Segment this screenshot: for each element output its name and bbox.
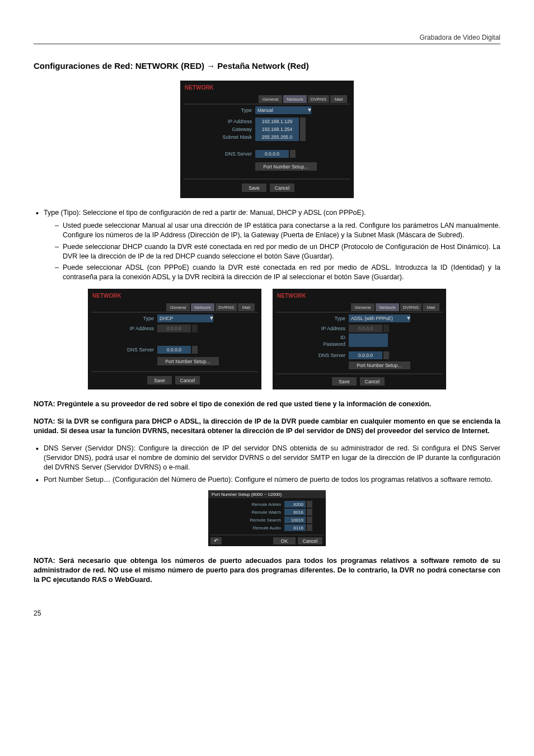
label-remote-search: Remote Search [250,518,281,523]
term-manual: Manual [142,222,165,229]
cancel-button[interactable]: Cancel [303,538,318,544]
value-remote-watch[interactable]: 8016 [293,510,303,515]
term-adsl: ADSL (con PPPoE) [125,264,189,271]
stepper-icon [383,325,389,332]
tab-dvrns[interactable]: DVRNS [403,305,419,310]
port-dialog-title: Port Number Setup (8000 ~ 12000) [212,492,282,497]
label-dns: DNS Server [127,347,154,353]
save-button[interactable]: Save [249,185,260,191]
stepper-icon[interactable] [300,133,306,141]
tab-general[interactable]: General [355,305,371,310]
value-type[interactable]: Manual [257,107,273,113]
bullet-port: Port Number Setup… (Configuración del Nú… [34,475,500,485]
label-ip: IP Address [321,326,346,331]
save-button[interactable]: Save [154,378,165,383]
password-field[interactable] [349,340,388,347]
port-setup-button[interactable]: Port Number Setup… [165,359,210,364]
cancel-button[interactable]: Cancel [275,185,290,191]
label-mask: Subnet Mask [222,134,252,140]
stepper-icon[interactable] [307,516,312,523]
back-icon[interactable]: ↶ [214,538,218,544]
value-dns[interactable]: 0.0.0.0 [265,151,279,157]
label-type: Type [334,316,345,321]
dash-text: Puede seleccionar [63,243,123,251]
stepper-icon[interactable] [383,351,389,359]
port-setup-button[interactable]: Port Number Setup… [263,164,308,170]
id-field[interactable] [349,334,388,340]
save-button[interactable]: Save [339,379,350,384]
term-port-setup: Port Number Setup… (Configuración del Nú… [44,476,231,483]
stepper-icon[interactable] [290,150,296,158]
label-ip: IP Address [228,119,252,124]
dlg-title: NETWORK [92,293,121,299]
label-dns: DNS Server [225,151,252,157]
tab-dvrns[interactable]: DVRNS [218,305,234,310]
tab-mail[interactable]: Mail [427,305,435,310]
label-type: Type [241,107,252,113]
label-gw: Gateway [232,126,252,132]
label-pw: Password [323,341,345,347]
dash-text: . [402,273,404,281]
tab-network[interactable]: Network [287,97,303,102]
dash-manual: Usted puede seleccionar Manual al usar u… [55,221,500,240]
tab-network[interactable]: Network [194,305,211,310]
title-prefix: Configuraciones de Red: NETWORK (RED) [34,61,204,71]
dlg-title: NETWORK [185,84,214,91]
nota-1: NOTA: Pregúntele a su proveedor de red s… [34,400,500,409]
tab-network[interactable]: Network [379,305,396,310]
arrow-icon: → [207,61,215,71]
page-header: Grabadora de Video Digital [34,34,500,44]
bullet-type: Type (Tipo): Seleccione el tipo de confi… [34,208,500,218]
dash-text: Usted puede seleccionar [63,222,142,229]
tab-general[interactable]: General [263,97,279,102]
product-name: Grabadora de Video Digital [419,34,500,41]
tab-mail[interactable]: Mail [242,305,251,310]
nota-2: NOTA: Si la DVR se configura para DHCP o… [34,417,500,436]
value-remote-admin[interactable]: 8200 [293,502,303,507]
stepper-icon[interactable] [307,509,312,515]
term-type: Type (Tipo) [44,209,79,217]
value-dns[interactable]: 0.0.0.0 [358,353,373,358]
label-type: Type [143,316,154,321]
value-ip: 0.0.0.0 [167,326,181,331]
bullet-dns: DNS Server (Servidor DNS): Configure la … [34,444,500,472]
label-remote-watch: Remote Watch [251,510,281,515]
dash-text: Puede seleccionar [63,264,125,271]
term-save: Save (Guardar) [284,252,332,260]
label-id: ID [340,335,346,340]
cancel-button[interactable]: Cancel [180,378,195,383]
term-save: Save (Guardar) [354,273,402,281]
label-ip: IP Address [130,326,154,331]
value-ip[interactable]: 192.168.1.129 [262,119,293,124]
port-setup-button[interactable]: Port Number Setup… [357,363,402,368]
stepper-icon[interactable] [300,118,306,125]
tab-mail[interactable]: Mail [335,97,343,102]
label-remote-audio: Remote Audio [253,525,282,530]
term-dhcp: DHCP [123,243,142,251]
stepper-icon[interactable] [192,346,198,354]
stepper-icon[interactable] [300,125,306,133]
value-type[interactable]: DHCP [160,316,173,321]
value-mask[interactable]: 255.255.255.0 [262,134,293,140]
bullet-port-rest: : Configure el número de puerto de todos… [231,476,493,483]
label-remote-admin: Remote Admin [252,502,281,507]
stepper-icon[interactable] [307,501,312,508]
value-type[interactable]: ADSL (with PPPoE) [351,316,393,321]
page-number: 25 [34,609,500,617]
figure-port-setup: Port Number Setup (8000 ~ 12000) Remote … [34,490,500,548]
label-dns: DNS Server [318,353,345,358]
value-remote-search[interactable]: 10019 [291,518,304,523]
value-dns[interactable]: 0.0.0.0 [167,347,181,353]
tab-general[interactable]: General [170,305,186,310]
value-remote-audio[interactable]: 8116 [293,525,303,530]
cancel-button[interactable]: Cancel [365,379,380,384]
value-ip: 0.0.0.0 [358,326,373,331]
stepper-icon[interactable] [307,524,312,531]
dash-dhcp: Puede seleccionar DHCP cuando la DVR est… [55,242,500,261]
tab-dvrns[interactable]: DVRNS [311,97,326,102]
section-title: Configuraciones de Red: NETWORK (RED) → … [34,61,500,71]
value-gw[interactable]: 192.168.1.254 [262,126,293,132]
term-dns-server: DNS Server (Servidor DNS) [44,444,134,452]
ok-button[interactable]: OK [281,538,288,544]
bullet-type-rest: : Seleccione el tipo de configuración de… [79,209,366,217]
